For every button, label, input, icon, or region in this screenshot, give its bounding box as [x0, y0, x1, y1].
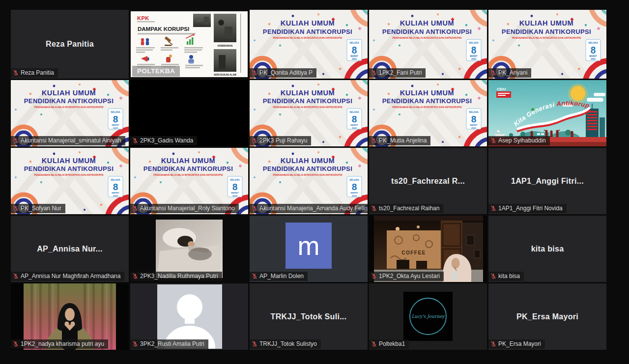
- mic-muted-icon: [371, 205, 377, 211]
- svg-text:2022: 2022: [232, 195, 237, 197]
- svg-text:2022: 2022: [352, 127, 357, 129]
- svg-text:SELASA: SELASA: [588, 42, 598, 44]
- participant-tile[interactable]: AP_Annisa Nur... AP_Annisa Nur Maghfirah…: [11, 216, 129, 282]
- svg-text:KULIAH UMUM: KULIAH UMUM: [42, 157, 96, 165]
- svg-text:SELASA: SELASA: [469, 42, 479, 44]
- mic-muted-icon: [490, 70, 496, 76]
- screen-share-label: POLTEKBA: [132, 66, 180, 77]
- participant-name: Poltekba1: [379, 340, 405, 347]
- svg-text:KPK: KPK: [137, 15, 149, 21]
- date-badge: SELASA 8 MARET 2022: [466, 39, 481, 61]
- participant-name: 1AP1_Anggi Fitri Novida: [498, 205, 563, 212]
- mic-muted-icon: [490, 138, 496, 143]
- participant-tile[interactable]: 1AP1_Anggi Fitri... 1AP1_Anggi Fitri Nov…: [488, 148, 606, 214]
- svg-text:KULIAH UMUM: KULIAH UMUM: [281, 89, 335, 97]
- svg-text:8: 8: [352, 45, 357, 56]
- svg-text:CEh!: CEh!: [497, 87, 506, 91]
- participant-label: 2PK3_Gadis Wanda: [130, 136, 197, 145]
- participant-label: Poltekba1: [369, 339, 409, 349]
- participant-label: PK_Ariyani: [488, 68, 531, 78]
- mic-muted-icon: [13, 138, 19, 143]
- date-badge: SELASA 8 MARET 2022: [586, 39, 600, 61]
- participant-tile[interactable]: TRKJJ_Totok Suli... TRKJJ_Totok Sulistyo: [250, 283, 368, 350]
- svg-text:8: 8: [591, 45, 596, 56]
- participant-tile[interactable]: KULIAH UMUM PENDIDIKAN ANTIKORUPSI PENAN…: [250, 80, 368, 146]
- participant-tile[interactable]: Lucy's Journey Poltekba1: [369, 283, 487, 350]
- svg-text:8: 8: [352, 114, 357, 124]
- participant-tile[interactable]: 1PK2_nadya kharisma putri ayu: [11, 283, 129, 350]
- participant-tile[interactable]: 2PK3_Gadis Wanda: [130, 80, 248, 146]
- svg-text:2022: 2022: [591, 58, 596, 60]
- participant-name: Akuntansi Manajerial_Roly Siantono: [140, 205, 235, 212]
- date-badge: SELASA 8 MARET 2022: [108, 176, 123, 197]
- mic-muted-icon: [13, 341, 19, 347]
- participant-tile[interactable]: kita bisa kita bisa: [488, 216, 606, 282]
- participant-label: ts20_Fachrezal Raihan: [369, 204, 443, 213]
- participant-tile[interactable]: Reza Panitia Reza Panitia: [11, 10, 129, 79]
- participant-name: Asep Syihabuddin: [498, 137, 546, 144]
- participant-tile[interactable]: KULIAH UMUM PENDIDIKAN ANTIKORUPSI PENAN…: [488, 10, 606, 79]
- participant-tile[interactable]: KULIAH UMUM PENDIDIKAN ANTIKORUPSI PENAN…: [250, 148, 368, 214]
- date-badge: SELASA 8 MARET 2022: [347, 39, 362, 61]
- participant-label: AP_Annisa Nur Maghfirah Armadhana: [11, 272, 124, 281]
- svg-text:PENANAMAN NILAI-NILAI INTEGRIT: PENANAMAN NILAI-NILAI INTEGRITAS DAN ANT…: [512, 36, 581, 39]
- svg-text:2022: 2022: [352, 195, 357, 197]
- participant-name: PK_Mutia Anjelina: [379, 137, 427, 144]
- svg-text:KULIAH UMUM: KULIAH UMUM: [519, 19, 573, 27]
- svg-text:KULIAH UMUM: KULIAH UMUM: [281, 157, 335, 165]
- date-badge: SELASA 8 MARET 2022: [228, 176, 242, 197]
- participant-tile[interactable]: KULIAH UMUM PENDIDIKAN ANTIKORUPSI PENAN…: [369, 10, 487, 79]
- mic-muted-icon: [13, 205, 19, 211]
- svg-text:SELASA: SELASA: [230, 179, 240, 181]
- participant-tile[interactable]: COFFEE 1PK2_Okta Ayu Lestari: [369, 216, 487, 282]
- mic-muted-icon: [252, 205, 257, 211]
- participant-tile[interactable]: 2PK3_Nadilla Ruthmaya Putri: [130, 216, 248, 282]
- svg-text:PENANAMAN NILAI-NILAI INTEGRIT: PENANAMAN NILAI-NILAI INTEGRITAS DAN ANT…: [273, 36, 343, 39]
- svg-text:PENANAMAN NILAI-NILAI INTEGRIT: PENANAMAN NILAI-NILAI INTEGRITAS DAN ANT…: [273, 106, 343, 109]
- participant-label: 2PK3 Puji Rahayu: [250, 136, 311, 145]
- participant-label: 1PK2_Okta Ayu Lestari: [369, 272, 444, 281]
- svg-text:SELASA: SELASA: [349, 42, 359, 44]
- svg-text:2022: 2022: [471, 127, 476, 129]
- participant-tile[interactable]: 3PK2_Rusti Amalia Putri: [130, 283, 248, 350]
- participant-label: 1PK2_Fani Putri: [369, 68, 426, 78]
- participant-label: Asep Syihabuddin: [488, 136, 550, 145]
- svg-text:SELASA: SELASA: [469, 111, 479, 113]
- mic-muted-icon: [371, 138, 377, 143]
- mic-muted-icon: [371, 273, 377, 279]
- participant-name: PK_Qonita Aditiya P: [259, 69, 313, 76]
- participant-tile[interactable]: KULIAH UMUM PENDIDIKAN ANTIKORUPSI PENAN…: [130, 148, 248, 214]
- screen-share-tile[interactable]: KPK DAMPAK KORUPSI: [130, 10, 248, 79]
- svg-text:KULIAH UMUM: KULIAH UMUM: [281, 19, 335, 27]
- participant-tile[interactable]: m AP_Marlin Dolen: [250, 216, 368, 282]
- date-badge: SELASA 8 MARET 2022: [347, 109, 362, 129]
- participant-tile[interactable]: KULIAH UMUM PENDIDIKAN ANTIKORUPSI PENAN…: [11, 80, 129, 146]
- mic-muted-icon: [252, 341, 257, 347]
- participant-name: TRKJJ_Totok Sulistyo: [259, 340, 317, 347]
- participant-label: Akuntansi Manajeria_Amanda Audy Fellisya: [250, 204, 368, 213]
- participant-name: POLTEKBA: [137, 67, 175, 75]
- date-badge: SELASA 8 MARET 2022: [108, 109, 123, 129]
- mic-muted-icon: [490, 341, 496, 347]
- participant-tile[interactable]: PK_Ersa Mayori PK_Ersa Mayori: [488, 283, 606, 350]
- svg-text:MARET: MARET: [470, 124, 478, 126]
- participant-tile[interactable]: KULIAH UMUM PENDIDIKAN ANTIKORUPSI PENAN…: [250, 10, 368, 79]
- svg-text:PENANAMAN NILAI-NILAI INTEGRIT: PENANAMAN NILAI-NILAI INTEGRITAS DAN ANT…: [154, 173, 223, 176]
- participant-tile[interactable]: CEh!: [488, 80, 606, 146]
- participant-tile[interactable]: KULIAH UMUM PENDIDIKAN ANTIKORUPSI PENAN…: [11, 148, 129, 214]
- mic-muted-icon: [132, 341, 138, 347]
- svg-text:PENDIDIKAN ANTIKORUPSI: PENDIDIKAN ANTIKORUPSI: [143, 165, 233, 172]
- participant-tile[interactable]: ts20_Fachrezal R... ts20_Fachrezal Raiha…: [369, 148, 487, 214]
- participant-name: 1PK2_Okta Ayu Lestari: [379, 273, 440, 280]
- participant-name: Akuntansi Manajerial_sminatul Ainiyah: [21, 137, 121, 144]
- mic-muted-icon: [371, 341, 377, 347]
- svg-text:PENANAMAN NILAI-NILAI INTEGRIT: PENANAMAN NILAI-NILAI INTEGRITAS DAN ANT…: [34, 173, 104, 176]
- svg-text:KERUSAKAN ALAM: KERUSAKAN ALAM: [214, 74, 236, 76]
- participant-tile[interactable]: KULIAH UMUM PENDIDIKAN ANTIKORUPSI PENAN…: [369, 80, 487, 146]
- participant-name: Reza Panitia: [21, 69, 54, 76]
- svg-text:Lucy's Journey: Lucy's Journey: [411, 314, 445, 319]
- svg-text:PENANAMAN NILAI-NILAI INTEGRIT: PENANAMAN NILAI-NILAI INTEGRITAS DAN ANT…: [393, 106, 462, 109]
- mic-muted-icon: [252, 70, 257, 76]
- svg-text:MARET: MARET: [350, 192, 358, 194]
- mic-muted-icon: [490, 273, 496, 279]
